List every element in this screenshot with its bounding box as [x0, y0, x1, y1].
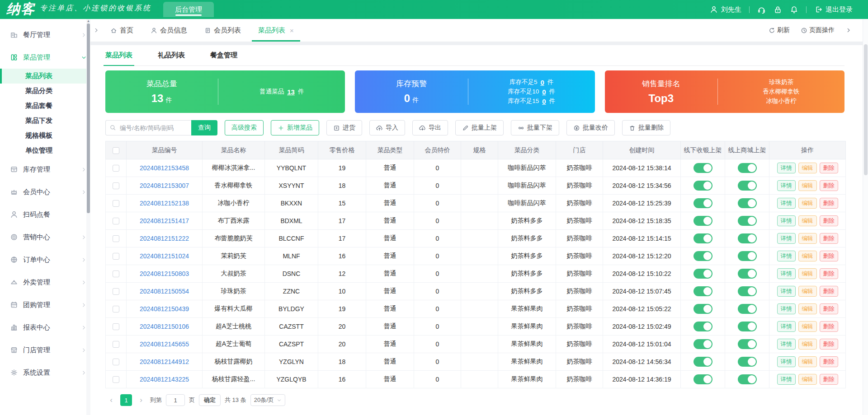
online-toggle[interactable]	[738, 322, 757, 331]
dish-id-link[interactable]: 20240812153007	[140, 182, 189, 189]
sidebar-item-calendar[interactable]: 团购管理	[0, 294, 90, 316]
dish-id-link[interactable]: 20240812145655	[140, 340, 189, 348]
edit-button[interactable]: 编辑	[798, 198, 817, 209]
row-checkbox[interactable]	[113, 235, 119, 242]
dish-id-link[interactable]: 20240812151024	[140, 252, 189, 260]
online-toggle[interactable]	[738, 233, 757, 243]
detail-button[interactable]: 详情	[777, 303, 796, 314]
dish-id-link[interactable]: 20240812150803	[140, 270, 189, 277]
subtab-礼品列表[interactable]: 礼品列表	[158, 45, 185, 65]
sidebar-collapse-icon[interactable]	[93, 27, 99, 33]
row-checkbox[interactable]	[113, 182, 119, 189]
sidebar-scrollbar-thumb[interactable]	[87, 23, 90, 213]
tab-会员列表[interactable]: 会员列表	[198, 19, 247, 42]
subtab-餐盒管理[interactable]: 餐盒管理	[210, 45, 237, 65]
detail-button[interactable]: 详情	[777, 233, 796, 244]
next-page-button[interactable]: ›	[136, 396, 146, 405]
user-menu[interactable]: 刘先生	[710, 5, 741, 14]
chevron-right-icon[interactable]	[845, 27, 852, 33]
sidebar-subitem[interactable]: 单位管理	[0, 143, 90, 158]
delete-button[interactable]: 删除	[820, 268, 838, 279]
online-toggle[interactable]	[738, 216, 757, 226]
close-icon[interactable]: ×	[290, 27, 294, 34]
tab-菜品列表[interactable]: 菜品列表×	[252, 19, 300, 42]
导出-button[interactable]: 导出	[412, 120, 448, 135]
sidebar-item-store[interactable]: 门店管理	[0, 339, 90, 361]
subtab-菜品列表[interactable]: 菜品列表	[105, 45, 132, 65]
sidebar-item-bars[interactable]: 报表中心	[0, 316, 90, 339]
edit-button[interactable]: 编辑	[798, 251, 817, 261]
row-checkbox[interactable]	[113, 323, 119, 330]
select-all-checkbox[interactable]	[113, 147, 119, 154]
row-checkbox[interactable]	[113, 218, 119, 224]
search-input[interactable]	[105, 120, 191, 135]
online-toggle[interactable]	[738, 339, 757, 349]
bell-icon[interactable]	[790, 5, 798, 14]
offline-toggle[interactable]	[693, 357, 712, 367]
page-ops-button[interactable]: 页面操作	[801, 26, 835, 34]
批量下架-button[interactable]: 批量下架	[511, 120, 559, 135]
detail-button[interactable]: 详情	[777, 180, 796, 191]
goto-confirm-button[interactable]: 确定	[199, 394, 221, 406]
批量改价-button[interactable]: 批量改价	[566, 120, 615, 135]
edit-button[interactable]: 编辑	[798, 268, 817, 279]
page-number-button[interactable]: 1	[120, 394, 132, 406]
offline-toggle[interactable]	[693, 233, 712, 243]
row-checkbox[interactable]	[113, 253, 119, 260]
delete-button[interactable]: 删除	[820, 163, 838, 173]
sidebar-item-gear[interactable]: 系统设置	[0, 361, 90, 384]
批量删除-button[interactable]: 批量删除	[622, 120, 670, 135]
offline-toggle[interactable]	[693, 251, 712, 261]
dish-id-link[interactable]: 20240812150554	[140, 288, 189, 295]
edit-button[interactable]: 编辑	[798, 286, 817, 297]
goto-page-input[interactable]	[166, 394, 185, 406]
delete-button[interactable]: 删除	[820, 233, 838, 244]
edit-button[interactable]: 编辑	[798, 339, 817, 350]
online-toggle[interactable]	[738, 269, 757, 279]
online-toggle[interactable]	[738, 181, 757, 191]
refresh-button[interactable]: 刷新	[769, 26, 790, 34]
edit-button[interactable]: 编辑	[798, 321, 817, 332]
prev-page-button[interactable]: ‹	[106, 396, 116, 405]
online-toggle[interactable]	[738, 198, 757, 208]
sidebar-subitem[interactable]: 菜品套餐	[0, 98, 90, 113]
row-checkbox[interactable]	[113, 288, 119, 295]
delete-button[interactable]: 删除	[820, 198, 838, 209]
dish-id-link[interactable]: 20240812150106	[140, 323, 189, 330]
online-toggle[interactable]	[738, 357, 757, 367]
page-scrollbar-thumb[interactable]	[864, 44, 868, 175]
dish-id-link[interactable]: 20240812144912	[140, 358, 189, 365]
delete-button[interactable]: 删除	[820, 374, 838, 385]
offline-toggle[interactable]	[693, 269, 712, 279]
新增菜品-button[interactable]: 新增菜品	[271, 120, 319, 135]
sidebar-item-target[interactable]: 营销中心	[0, 226, 90, 248]
page-size-select[interactable]: 20条/页	[250, 394, 285, 406]
offline-toggle[interactable]	[693, 339, 712, 349]
sidebar-item-globe[interactable]: 订单中心	[0, 248, 90, 271]
row-checkbox[interactable]	[113, 359, 119, 365]
row-checkbox[interactable]	[113, 341, 119, 348]
offline-toggle[interactable]	[693, 374, 712, 384]
sidebar-item-cloche[interactable]: 外卖管理	[0, 271, 90, 294]
offline-toggle[interactable]	[693, 198, 712, 208]
online-toggle[interactable]	[738, 286, 757, 296]
detail-button[interactable]: 详情	[777, 356, 796, 367]
批量上架-button[interactable]: 批量上架	[455, 120, 504, 135]
sidebar-item-grid[interactable]: 菜品管理	[0, 46, 90, 69]
delete-button[interactable]: 删除	[820, 286, 838, 297]
tab-会员信息[interactable]: 会员信息	[144, 19, 193, 42]
offline-toggle[interactable]	[693, 304, 712, 314]
detail-button[interactable]: 详情	[777, 339, 796, 350]
detail-button[interactable]: 详情	[777, 163, 796, 173]
online-toggle[interactable]	[738, 304, 757, 314]
logout-button[interactable]: 退出登录	[814, 5, 853, 14]
query-button[interactable]: 查询	[191, 120, 217, 135]
tab-首页[interactable]: 首页	[104, 19, 140, 42]
高级搜索-button[interactable]: 高级搜索	[225, 120, 264, 135]
offline-toggle[interactable]	[693, 216, 712, 226]
dish-id-link[interactable]: 20240812151417	[140, 217, 189, 224]
dish-id-link[interactable]: 20240812143225	[140, 376, 189, 383]
detail-button[interactable]: 详情	[777, 286, 796, 297]
admin-nav-tab[interactable]: 后台管理	[163, 2, 214, 17]
sidebar-item-invbox[interactable]: 库存管理	[0, 158, 90, 181]
